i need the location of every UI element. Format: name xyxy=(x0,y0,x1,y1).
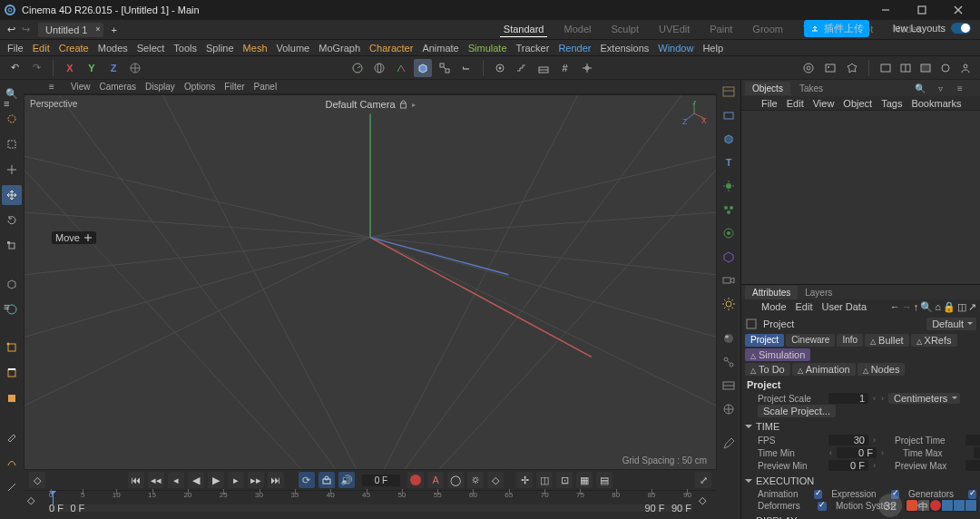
menu-select[interactable]: Select xyxy=(137,43,165,54)
asset-browser-icon[interactable] xyxy=(719,82,739,102)
menu-character[interactable]: Character xyxy=(369,43,413,54)
brush-tool-icon[interactable] xyxy=(2,426,22,446)
obj-search-icon[interactable]: 🔍 xyxy=(911,79,929,97)
picture-viewer-icon[interactable] xyxy=(821,59,839,77)
text-spline-icon[interactable]: T xyxy=(719,152,739,172)
loop-icon[interactable]: ⟳ xyxy=(299,472,315,488)
timeline-expand-icon[interactable]: ⤢ xyxy=(695,472,711,488)
timeline-window-icon[interactable] xyxy=(719,376,739,396)
key-p-icon[interactable]: ✢ xyxy=(516,472,533,488)
stepper-icon[interactable]: › xyxy=(872,461,877,470)
mode-model[interactable]: Model xyxy=(560,22,594,37)
timeline-powerslider-right-icon[interactable]: ◇ xyxy=(699,495,713,509)
obj-menu-file[interactable]: File xyxy=(761,98,778,109)
menu-mograph[interactable]: MoGraph xyxy=(318,43,360,54)
field-icon[interactable] xyxy=(719,223,739,243)
knife-tool-icon[interactable] xyxy=(2,477,22,497)
attr-newwin-icon[interactable]: ◫ xyxy=(957,301,966,313)
mode-uvedit[interactable]: UVEdit xyxy=(655,22,693,37)
animation-checkbox[interactable] xyxy=(814,490,822,499)
live-select-icon[interactable] xyxy=(2,109,22,129)
section-execution[interactable]: EXECUTION xyxy=(745,475,976,486)
coord-system-icon[interactable] xyxy=(126,59,144,77)
obj-menu-tags[interactable]: Tags xyxy=(881,98,902,109)
render-view-icon[interactable] xyxy=(799,59,818,77)
stepper-right-icon[interactable]: › xyxy=(880,394,885,403)
timeline-range-bar[interactable] xyxy=(49,504,691,512)
close-button[interactable] xyxy=(940,0,976,20)
plane-primitive-icon[interactable] xyxy=(719,105,739,125)
time-max-value[interactable]: 90 F xyxy=(974,447,980,458)
placement-tool-icon[interactable] xyxy=(2,160,22,180)
attr-popout-icon[interactable]: ↗ xyxy=(968,301,976,313)
cube-primitive-icon[interactable] xyxy=(414,59,432,77)
axis-y-toggle[interactable]: Y xyxy=(83,59,101,77)
maximize-button[interactable] xyxy=(904,0,940,20)
menu-modes[interactable]: Modes xyxy=(98,43,128,54)
menu-create[interactable]: Create xyxy=(59,43,89,54)
fps-value[interactable]: 30 xyxy=(828,435,868,446)
undo-icon[interactable]: ↶ xyxy=(5,59,24,77)
menu-tools[interactable]: Tools xyxy=(173,43,197,54)
tray-dot-icon[interactable] xyxy=(930,500,941,511)
pill-xrefs[interactable]: △XRefs xyxy=(911,334,957,347)
attr-preset-dropdown[interactable]: Default xyxy=(926,318,976,330)
obj-filter-icon[interactable]: ▿ xyxy=(931,79,949,97)
viewport-menu-icon[interactable]: ≡ xyxy=(49,82,62,92)
section-time[interactable]: TIME xyxy=(745,421,976,432)
keyframe-sel-icon[interactable]: ◯ xyxy=(447,472,464,488)
menu-help[interactable]: Help xyxy=(702,43,723,54)
key-s-icon[interactable]: ◫ xyxy=(536,472,553,488)
pill-project[interactable]: Project xyxy=(745,334,784,347)
locator-icon[interactable]: ⌙ xyxy=(457,59,475,77)
polygon-mode-icon[interactable] xyxy=(2,388,22,408)
cube-shelf-icon[interactable] xyxy=(719,129,739,149)
autokey-a-icon[interactable]: A xyxy=(427,472,444,488)
key-param-icon[interactable]: ▦ xyxy=(576,472,593,488)
current-frame-field[interactable]: 0 F xyxy=(362,475,400,486)
panel-2-icon[interactable] xyxy=(897,59,915,77)
menu-volume[interactable]: Volume xyxy=(277,43,310,54)
prev-key-icon[interactable]: ◂◂ xyxy=(148,472,164,488)
panel-4-icon[interactable] xyxy=(936,59,955,77)
mode-sculpt[interactable]: Sculpt xyxy=(607,22,642,37)
menu-simulate[interactable]: Simulate xyxy=(468,43,507,54)
attr-lock-icon[interactable]: 🔒 xyxy=(943,301,956,313)
go-start-icon[interactable]: ⏮ xyxy=(128,472,144,488)
document-tab[interactable]: Untitled 1 × xyxy=(38,23,103,37)
tray-lang-icon[interactable]: 中 xyxy=(918,500,929,511)
time-min-value[interactable]: 0 F xyxy=(837,447,877,458)
attr-menu-edit[interactable]: Edit xyxy=(796,301,813,312)
mode-paint[interactable]: Paint xyxy=(706,22,736,37)
menu-file[interactable]: File xyxy=(7,43,24,54)
vp-menu-cameras[interactable]: Cameras xyxy=(100,82,137,92)
model-mode-icon[interactable] xyxy=(2,274,22,294)
globe-icon[interactable] xyxy=(370,59,388,77)
menu-spline[interactable]: Spline xyxy=(206,43,234,54)
tab-layers[interactable]: Layers xyxy=(798,286,839,299)
pill-simulation[interactable]: △Simulation xyxy=(745,348,810,361)
attr-hamburger-icon[interactable]: ≡ xyxy=(4,301,9,312)
render-settings-icon[interactable] xyxy=(843,59,861,77)
stepper-icon[interactable]: › xyxy=(872,436,877,445)
axis-z-toggle[interactable]: Z xyxy=(104,59,122,77)
attr-menu-mode[interactable]: Mode xyxy=(761,301,787,312)
spline-pen-icon[interactable] xyxy=(2,452,22,472)
tab-takes[interactable]: Takes xyxy=(792,82,830,95)
play-forward-icon[interactable]: ▶ xyxy=(208,472,224,488)
viewport[interactable]: Perspective Default Camera ▸ Move y x z … xyxy=(24,94,717,470)
key-r-icon[interactable]: ⊡ xyxy=(556,472,573,488)
document-tab-close-icon[interactable]: × xyxy=(95,24,100,34)
obj-menu-object[interactable]: Object xyxy=(843,98,872,109)
move-tool-icon[interactable] xyxy=(2,185,22,205)
timeline-powerslider-left-icon[interactable]: ◇ xyxy=(27,495,42,509)
attr-menu-userdata[interactable]: User Data xyxy=(822,301,867,312)
pill-cineware[interactable]: Cineware xyxy=(786,334,835,347)
rotate-tool-icon[interactable] xyxy=(2,211,22,230)
objects-hamburger-icon[interactable]: ≡ xyxy=(4,98,9,109)
keyframe-diamond-icon[interactable]: ◇ xyxy=(29,472,45,488)
autokey-icon[interactable] xyxy=(318,472,335,488)
vp-menu-display[interactable]: Display xyxy=(145,82,175,92)
axis-gizmo-icon[interactable]: y x z xyxy=(681,101,707,126)
preview-max-value[interactable]: 90 F xyxy=(965,460,980,471)
